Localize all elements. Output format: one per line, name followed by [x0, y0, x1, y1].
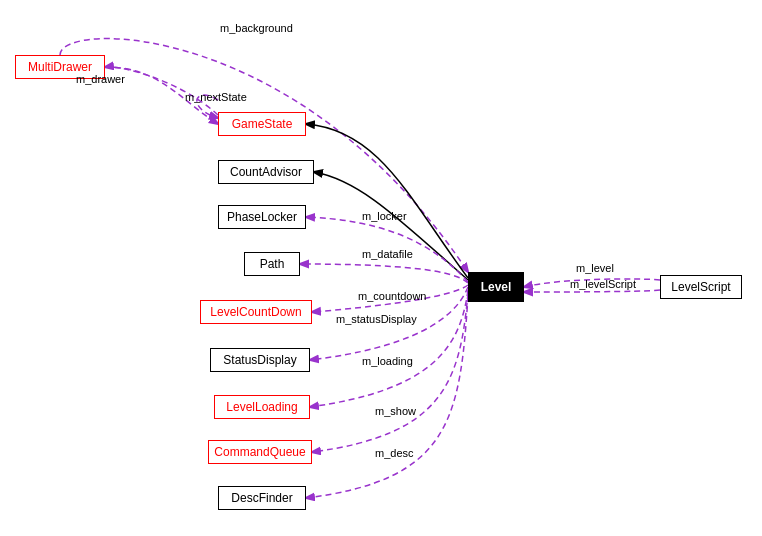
- label-m-locker: m_locker: [362, 210, 407, 222]
- node-commandqueue[interactable]: CommandQueue: [208, 440, 312, 464]
- label-m-drawer: m_drawer: [76, 73, 125, 85]
- node-levelcountdown[interactable]: LevelCountDown: [200, 300, 312, 324]
- node-commandqueue-label: CommandQueue: [214, 445, 305, 459]
- label-m-desc: m_desc: [375, 447, 414, 459]
- node-levelcountdown-label: LevelCountDown: [210, 305, 301, 319]
- node-gamestate-label: GameState: [232, 117, 293, 131]
- label-m-datafile: m_datafile: [362, 248, 413, 260]
- node-multidrawer-label: MultiDrawer: [28, 60, 92, 74]
- node-levelloading-label: LevelLoading: [226, 400, 297, 414]
- node-level-label: Level: [481, 280, 512, 294]
- label-m-background: m_background: [220, 22, 293, 34]
- label-m-levelscript: m_levelScript: [570, 278, 636, 290]
- diagram-container: MultiDrawer GameState CountAdvisor Phase…: [0, 0, 762, 536]
- node-descfinder-label: DescFinder: [231, 491, 292, 505]
- node-path[interactable]: Path: [244, 252, 300, 276]
- node-levelscript[interactable]: LevelScript: [660, 275, 742, 299]
- node-countadvisor-label: CountAdvisor: [230, 165, 302, 179]
- node-countadvisor[interactable]: CountAdvisor: [218, 160, 314, 184]
- node-phaselocker-label: PhaseLocker: [227, 210, 297, 224]
- node-statusdisplay-label: StatusDisplay: [223, 353, 296, 367]
- label-m-level: m_level: [576, 262, 614, 274]
- node-level[interactable]: Level: [468, 272, 524, 302]
- label-m-show: m_show: [375, 405, 416, 417]
- node-levelloading[interactable]: LevelLoading: [214, 395, 310, 419]
- label-m-loading: m_loading: [362, 355, 413, 367]
- label-m-statusdisplay: m_statusDisplay: [336, 313, 417, 325]
- node-levelscript-label: LevelScript: [671, 280, 730, 294]
- label-m-countdown: m_countdown: [358, 290, 427, 302]
- node-gamestate[interactable]: GameState: [218, 112, 306, 136]
- label-m-nextstate: m_nextState: [185, 91, 247, 103]
- node-path-label: Path: [260, 257, 285, 271]
- node-phaselocker[interactable]: PhaseLocker: [218, 205, 306, 229]
- node-statusdisplay[interactable]: StatusDisplay: [210, 348, 310, 372]
- node-descfinder[interactable]: DescFinder: [218, 486, 306, 510]
